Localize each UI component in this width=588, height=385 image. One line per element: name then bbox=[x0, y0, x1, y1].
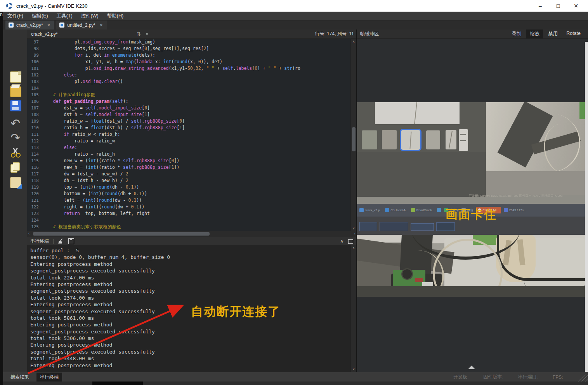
detach-terminal-icon[interactable] bbox=[348, 239, 353, 244]
line-number: 97 bbox=[27, 39, 42, 45]
background-window-text: n bbox=[0, 12, 3, 17]
bottom-tab[interactable]: 串行终端 bbox=[36, 373, 62, 382]
paste-icon[interactable] bbox=[10, 177, 21, 188]
code-text: pl.osd_img.copy_from(mask_img) bbox=[42, 39, 155, 45]
code-line: 117 dw = (dst_w - new_w) / 2 bbox=[27, 171, 350, 177]
expand-panel-icon[interactable] bbox=[468, 366, 475, 369]
close-tab-icon[interactable]: × bbox=[100, 22, 103, 28]
editor-vertical-scrollbar[interactable]: ∧ ∨ bbox=[350, 39, 356, 231]
editor-header: crack_v2.py* ⇅ × 行号: 174, 列号: 11 bbox=[27, 29, 356, 39]
clear-terminal-icon[interactable] bbox=[58, 238, 64, 244]
split-view-icon[interactable]: ⇅ bbox=[137, 31, 141, 37]
terminal-line: Entering postprocess method bbox=[27, 261, 350, 267]
bottom-tab[interactable]: 搜索结果 bbox=[7, 373, 33, 382]
scroll-down-icon[interactable]: ∨ bbox=[351, 367, 356, 371]
terminal-line: buffer pool : 5 bbox=[27, 247, 350, 254]
code-line: 121 left = (int)(round(dw - 0.1)) bbox=[27, 197, 350, 204]
terminal-output[interactable]: buffer pool : 5sensor(0), mode 0, buffer… bbox=[27, 245, 350, 372]
open-file-icon[interactable] bbox=[10, 86, 21, 97]
menu-item[interactable]: 文件(F) bbox=[3, 13, 28, 19]
code-text: if ratio_w < ratio_h: bbox=[42, 131, 120, 138]
panel-scrollbar[interactable] bbox=[585, 42, 588, 372]
line-number: 100 bbox=[27, 59, 42, 65]
undo-icon[interactable]: ↶ bbox=[10, 119, 21, 129]
terminal-line: segment_postprocess executed successfull… bbox=[27, 349, 350, 355]
line-number: 124 bbox=[27, 217, 42, 224]
code-text: return top, bottom, left, right bbox=[42, 210, 150, 217]
menu-item[interactable]: 编辑(E) bbox=[28, 13, 52, 19]
code-text: # 计算padding参数 bbox=[42, 92, 95, 98]
line-number: 115 bbox=[27, 158, 42, 164]
scroll-up-icon[interactable]: ∧ bbox=[351, 246, 356, 250]
terminal-vertical-scrollbar[interactable]: ∧ ∨ bbox=[350, 245, 356, 372]
line-number: 104 bbox=[27, 85, 42, 92]
framebuffer-header: 帧缓冲区 录制缩放禁用Rotate bbox=[357, 29, 588, 39]
code-line: 109 ratio_w = float(dst_w) / self.rgb888… bbox=[27, 118, 350, 125]
resize-grip-icon[interactable] bbox=[577, 372, 588, 382]
line-number: 125 bbox=[27, 224, 42, 230]
code-text: bottom = (int)(round(dh + 0.1)) bbox=[42, 191, 147, 197]
save-terminal-icon[interactable] bbox=[68, 238, 74, 244]
close-editor-icon[interactable]: × bbox=[146, 31, 149, 37]
line-number: 107 bbox=[27, 105, 42, 111]
close-button[interactable]: ✕ bbox=[567, 0, 585, 12]
line-number: 120 bbox=[27, 191, 42, 197]
code-line: 100 x1, y1, w, h = map(lambda x: int(rou… bbox=[27, 59, 350, 65]
terminal-line: segment_postprocess executed successfull… bbox=[27, 288, 350, 294]
code-text: new_w = (int)(ratio * self.rgb888p_size[… bbox=[42, 158, 179, 164]
scroll-left-icon[interactable]: ‹ bbox=[28, 231, 29, 236]
editor-horizontal-scrollbar[interactable]: ‹ › bbox=[27, 231, 356, 237]
statusbar-item: 开发板: bbox=[453, 374, 468, 380]
line-number: 118 bbox=[27, 177, 42, 184]
app-logo-icon bbox=[6, 3, 12, 9]
cut-icon[interactable] bbox=[10, 147, 21, 158]
new-file-icon[interactable] bbox=[10, 71, 21, 83]
code-line: 106 def get_padding_param(self): bbox=[27, 98, 350, 105]
copy-icon[interactable] bbox=[10, 162, 21, 173]
window-title: crack_v2.py - CanMV IDE K230 bbox=[16, 3, 88, 9]
framebuffer-button[interactable]: 录制 bbox=[508, 29, 525, 38]
disconnect-annotation: 自动断开连接了 bbox=[191, 303, 281, 320]
line-number: 121 bbox=[27, 197, 42, 204]
editor-hscroll-thumb[interactable] bbox=[33, 232, 210, 236]
framebuffer-button[interactable]: 缩放 bbox=[526, 29, 543, 38]
terminal-line: Entering postprocess method bbox=[27, 301, 350, 308]
close-tab-icon[interactable]: × bbox=[47, 22, 50, 28]
framebuffer-buttons: 录制缩放禁用Rotate bbox=[508, 29, 584, 38]
terminal-line: sensor(0), mode 0, buffer_num 4, buffer_… bbox=[27, 254, 350, 260]
menu-item[interactable]: 控件(W) bbox=[77, 13, 103, 19]
code-editor[interactable]: 97 pl.osd_img.copy_from(mask_img)98 dets… bbox=[27, 39, 350, 231]
scroll-down-icon[interactable]: ∨ bbox=[351, 226, 356, 230]
python-file-icon bbox=[9, 23, 14, 28]
menu-item[interactable]: 工具(T) bbox=[52, 13, 77, 19]
save-file-icon[interactable] bbox=[10, 100, 21, 111]
editor-doc-title: crack_v2.py* bbox=[31, 31, 58, 37]
line-number: 123 bbox=[27, 210, 42, 217]
file-tab[interactable]: crack_v2.py*× bbox=[5, 21, 54, 29]
line-number: 111 bbox=[27, 131, 42, 138]
editor-scroll-thumb[interactable] bbox=[352, 127, 356, 151]
code-text: # 根据当前类别索引获取框的颜色 bbox=[42, 224, 121, 230]
line-number: 113 bbox=[27, 144, 42, 151]
code-text: dh = (dst_h - new_h) / 2 bbox=[42, 177, 128, 184]
scroll-up-icon[interactable]: ∧ bbox=[351, 40, 356, 43]
canmv-ide-window: crack_v2.py - CanMV IDE K230 – □ ✕ n 文件(… bbox=[0, 0, 588, 385]
code-line: 107 dst_w = self.model_input_size[0] bbox=[27, 105, 350, 111]
collapse-terminal-icon[interactable]: ∧ bbox=[340, 238, 343, 244]
terminal-line: total took 2247.00 ms bbox=[27, 274, 350, 281]
scroll-right-icon[interactable]: › bbox=[354, 231, 355, 236]
file-tab[interactable]: untitled_2.py*× bbox=[56, 21, 106, 29]
menu-bar: 文件(F)编辑(E)工具(T)控件(W)帮助(H) bbox=[3, 12, 588, 21]
code-line: 122 right = (int)(round(dw + 0.1)) bbox=[27, 204, 350, 210]
code-text: right = (int)(round(dw + 0.1)) bbox=[42, 204, 144, 210]
bottom-tab-bar: 搜索结果串行终端 bbox=[3, 373, 62, 382]
redo-icon[interactable]: ↷ bbox=[10, 133, 21, 144]
file-tab-bar: crack_v2.py*×untitled_2.py*× bbox=[3, 21, 588, 29]
maximize-button[interactable]: □ bbox=[549, 0, 567, 12]
minimize-button[interactable]: – bbox=[531, 0, 549, 12]
line-number: 108 bbox=[27, 111, 42, 118]
code-line: 97 pl.osd_img.copy_from(mask_img) bbox=[27, 39, 350, 45]
menu-item[interactable]: 帮助(H) bbox=[103, 13, 128, 19]
framebuffer-button[interactable]: Rotate bbox=[563, 29, 584, 38]
framebuffer-button[interactable]: 禁用 bbox=[545, 29, 561, 38]
